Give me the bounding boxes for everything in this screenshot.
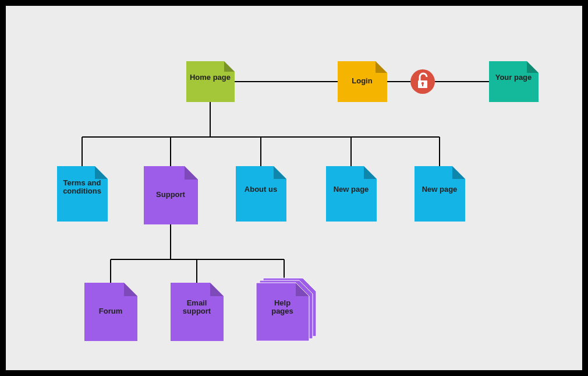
node-home-page: Home page bbox=[186, 61, 235, 102]
node-email-support: Emailsupport bbox=[171, 283, 224, 341]
node-help-pages: Helppages bbox=[256, 278, 316, 341]
node-login: Login bbox=[338, 61, 387, 102]
node-your-page: Your page bbox=[489, 61, 539, 102]
svg-marker-23 bbox=[185, 166, 198, 180]
label-forum: Forum bbox=[99, 307, 122, 315]
unlock-icon bbox=[410, 69, 435, 94]
label-new-page-2: New page bbox=[422, 185, 458, 194]
node-new-page-2: New page bbox=[415, 166, 465, 222]
node-terms-and-conditions: Terms andconditions bbox=[57, 166, 108, 222]
label-new-page-1: New page bbox=[334, 185, 369, 194]
svg-marker-25 bbox=[364, 166, 377, 179]
label-about-us: About us bbox=[245, 185, 277, 194]
svg-marker-27 bbox=[124, 283, 137, 296]
label-your-page: Your page bbox=[495, 73, 532, 82]
svg-marker-21 bbox=[527, 61, 539, 73]
diagram-frame: Home page Login Your page Terms andcondi… bbox=[0, 0, 588, 376]
svg-marker-22 bbox=[95, 166, 108, 179]
svg-marker-16 bbox=[376, 61, 387, 73]
svg-marker-26 bbox=[452, 166, 465, 179]
label-home-page: Home page bbox=[190, 73, 231, 82]
label-help-pages: Helppages bbox=[271, 298, 293, 315]
node-about-us: About us bbox=[236, 166, 286, 222]
label-terms: Terms andconditions bbox=[63, 178, 101, 195]
node-forum: Forum bbox=[84, 283, 137, 341]
svg-marker-28 bbox=[210, 283, 224, 296]
node-support: Support bbox=[144, 166, 198, 224]
svg-marker-15 bbox=[224, 61, 235, 72]
node-new-page-1: New page bbox=[326, 166, 377, 222]
label-login: Login bbox=[352, 76, 372, 85]
svg-rect-20 bbox=[422, 83, 423, 86]
label-support: Support bbox=[156, 190, 185, 199]
svg-marker-24 bbox=[274, 166, 286, 179]
